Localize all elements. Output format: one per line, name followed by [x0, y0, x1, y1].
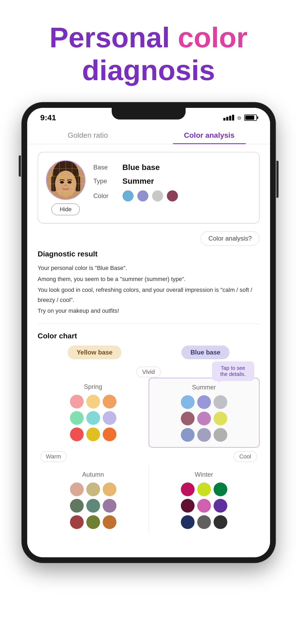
winter-dot-4 — [181, 499, 195, 513]
screen-content: Hide Base Blue base Type Summer Color — [27, 144, 270, 553]
base-labels: Yellow base Blue base — [38, 346, 260, 359]
spring-dot-6 — [103, 411, 116, 425]
diagnostic-title: Diagnostic result — [38, 250, 260, 258]
vivid-label: Vivid — [136, 367, 161, 377]
summer-dot-7 — [181, 428, 195, 442]
summer-dot-4 — [181, 412, 195, 425]
blue-base-label: Blue base — [181, 346, 229, 359]
color-chart-section: Color chart Yellow base Blue base Vivid … — [38, 332, 260, 545]
color-dot-2 — [137, 190, 148, 201]
color-dots — [122, 190, 178, 201]
spring-dot-3 — [103, 395, 116, 408]
autumn-quadrant[interactable]: Autumn — [38, 466, 149, 534]
summer-label: Summer — [192, 384, 216, 391]
autumn-dot-2 — [86, 482, 100, 496]
autumn-dot-4 — [70, 499, 84, 513]
avatar-container: Hide — [46, 160, 86, 215]
tap-tooltip: Tap to see the details. — [212, 361, 254, 381]
svg-point-5 — [60, 181, 64, 184]
summer-dot-2 — [197, 395, 211, 409]
status-icons: ⌾ — [223, 114, 257, 121]
profile-info: Base Blue base Type Summer Color — [93, 160, 251, 206]
spring-colors — [70, 395, 116, 441]
svg-point-8 — [58, 185, 62, 188]
hero-title: Personal color diagnosis — [0, 0, 297, 97]
color-dot-1 — [122, 190, 134, 201]
color-row: Color — [93, 190, 251, 201]
summer-colors — [181, 395, 227, 442]
diagnostic-line-1: Your personal color is "Blue Base". — [38, 263, 260, 273]
base-value: Blue base — [122, 163, 160, 172]
wifi-icon: ⌾ — [237, 114, 241, 121]
autumn-dot-6 — [103, 499, 116, 513]
summer-quadrant[interactable]: Summer — [149, 378, 260, 448]
autumn-label: Autumn — [82, 471, 104, 478]
winter-dot-6 — [214, 499, 227, 513]
spring-dot-4 — [70, 411, 84, 425]
summer-dot-1 — [181, 395, 195, 409]
type-label: Type — [93, 177, 122, 185]
spring-dot-2 — [86, 395, 100, 408]
phone-notch — [112, 108, 186, 119]
phone-screen: 9:41 ⌾ Golden ratio Color analysi — [27, 108, 270, 557]
cool-label: Cool — [234, 451, 257, 462]
color-dot-3 — [152, 190, 163, 201]
divider — [38, 324, 260, 324]
spring-dot-7 — [70, 427, 84, 441]
spring-dot-9 — [103, 427, 116, 441]
diagnostic-section: Diagnostic result Your personal color is… — [38, 250, 260, 316]
winter-dot-2 — [197, 482, 211, 496]
warm-label: Warm — [40, 451, 67, 462]
phone-wrapper: 9:41 ⌾ Golden ratio Color analysi — [0, 97, 297, 563]
winter-dot-1 — [181, 482, 195, 496]
hide-button[interactable]: Hide — [51, 204, 80, 215]
type-row: Type Summer — [93, 177, 251, 186]
summer-dot-8 — [197, 428, 211, 442]
avatar — [46, 160, 86, 200]
summer-dot-5 — [197, 412, 211, 425]
spring-dot-5 — [86, 411, 100, 425]
tab-color-analysis[interactable]: Color analysis — [149, 125, 270, 144]
winter-quadrant[interactable]: Winter — [149, 466, 260, 534]
color-dot-4 — [167, 190, 178, 201]
tab-navigation: Golden ratio Color analysis — [27, 125, 270, 144]
signal-bars-icon — [223, 115, 234, 121]
status-time: 9:41 — [40, 113, 56, 122]
winter-dot-7 — [181, 515, 195, 529]
battery-icon — [244, 114, 257, 121]
winter-dot-3 — [214, 482, 227, 496]
color-analysis-btn-container: Color analysis? — [38, 231, 260, 246]
autumn-dot-9 — [103, 515, 116, 529]
hero-color: color — [178, 21, 248, 53]
spring-dot-8 — [86, 427, 100, 441]
spring-label: Spring — [84, 383, 102, 390]
color-analysis-button[interactable]: Color analysis? — [201, 231, 259, 246]
autumn-colors — [70, 482, 116, 529]
color-chart-grid: Yellow base Blue base Vivid Tap to see t… — [38, 346, 260, 534]
color-chart-title: Color chart — [38, 332, 260, 340]
summer-dot-3 — [214, 395, 227, 409]
diagnostic-line-2: Among them, you seem to be a "summer (su… — [38, 274, 260, 284]
svg-point-6 — [67, 181, 71, 184]
autumn-dot-1 — [70, 482, 84, 496]
diagnostic-line-3: You look good in cool, refreshing colors… — [38, 285, 260, 305]
winter-dot-5 — [197, 499, 211, 513]
spring-quadrant[interactable]: Spring — [38, 378, 149, 448]
spring-dot-1 — [70, 395, 84, 408]
hero-personal: Personal — [49, 21, 178, 53]
phone-frame: 9:41 ⌾ Golden ratio Color analysi — [22, 103, 275, 563]
base-label: Base — [93, 164, 122, 171]
seasons-grid: Spring — [38, 378, 260, 534]
winter-label: Winter — [195, 471, 213, 478]
summer-dot-6 — [214, 412, 227, 425]
type-value: Summer — [122, 177, 154, 186]
base-row: Base Blue base — [93, 163, 251, 172]
tab-golden-ratio[interactable]: Golden ratio — [27, 125, 149, 144]
hero-diagnosis: diagnosis — [16, 54, 281, 87]
yellow-base-label: Yellow base — [68, 346, 121, 359]
summer-dot-9 — [214, 428, 227, 442]
winter-dot-9 — [214, 515, 227, 529]
autumn-dot-3 — [103, 482, 116, 496]
diagnostic-line-4: Try on your makeup and outfits! — [38, 306, 260, 316]
autumn-dot-7 — [70, 515, 84, 529]
